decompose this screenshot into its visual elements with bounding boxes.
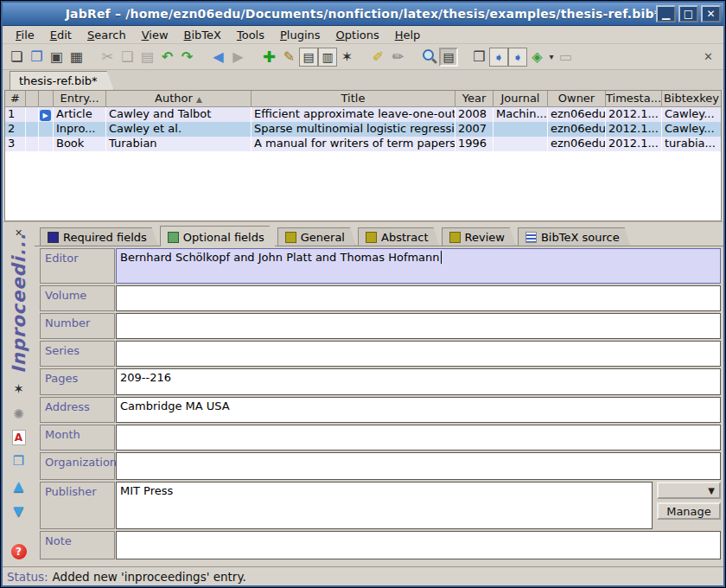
col-journal[interactable]: Journal	[494, 91, 548, 107]
forward-icon[interactable]: ▶	[228, 47, 248, 67]
row-entrytype[interactable]: Inpro...	[54, 122, 106, 137]
undo-icon[interactable]: ↶	[157, 47, 177, 67]
volume-field-input[interactable]	[116, 285, 721, 311]
row-url-cell[interactable]	[39, 137, 54, 151]
row-number[interactable]: 2	[5, 122, 26, 137]
menu-edit[interactable]: Edit	[42, 27, 80, 43]
toggle-search-panel-icon[interactable]: ▤	[439, 48, 458, 67]
col-number[interactable]: #	[5, 91, 26, 107]
row-number[interactable]: 1	[5, 107, 26, 122]
note-field-input[interactable]	[116, 531, 721, 559]
title-bar[interactable]: JabRef – /home/ezn06edu/Documents/nonfic…	[3, 3, 723, 26]
row-marker-cell[interactable]	[26, 137, 39, 151]
row-author[interactable]: Cawley and Talbot	[106, 107, 252, 122]
row-bibtexkey[interactable]: Cawley...	[662, 107, 721, 122]
menu-view[interactable]: View	[134, 27, 176, 43]
menu-help[interactable]: Help	[387, 27, 429, 43]
maximize-icon[interactable]: □	[678, 5, 698, 22]
col-bibtexkey[interactable]: Bibtexkey	[662, 91, 721, 107]
web-search-icon[interactable]: ◈	[527, 47, 547, 67]
open-database-icon[interactable]: ❐	[27, 47, 47, 67]
row-journal[interactable]: Machin...	[494, 107, 548, 122]
tab-general[interactable]: General	[277, 227, 356, 246]
organization-field-input[interactable]	[116, 452, 721, 480]
paste-icon[interactable]: ▤	[137, 47, 157, 67]
publisher-dropdown[interactable]: ▼	[657, 482, 721, 499]
series-field-input[interactable]	[116, 341, 721, 367]
col-icon-1[interactable]	[26, 91, 39, 107]
help-icon[interactable]: ?	[11, 544, 27, 559]
generate-key-icon[interactable]: ✶	[9, 380, 29, 399]
tab-optional-fields[interactable]: Optional fields	[160, 226, 276, 246]
row-timestamp[interactable]: 2012.1...	[606, 107, 662, 122]
menu-tools[interactable]: Tools	[229, 27, 272, 43]
row-bibtexkey[interactable]: Cawley...	[662, 122, 721, 137]
search-icon[interactable]	[419, 47, 439, 67]
row-timestamp[interactable]: 2012.1...	[606, 122, 662, 137]
minimize-icon[interactable]: ▁	[656, 5, 676, 22]
row-author[interactable]: Turabian	[106, 137, 252, 151]
menu-bibtex[interactable]: BibTeX	[176, 27, 229, 43]
copy-icon[interactable]: ❑	[118, 47, 137, 67]
table-row[interactable]: 1 ▶ Article Cawley and Talbot Efficient …	[5, 107, 721, 122]
col-year[interactable]: Year	[455, 91, 494, 107]
web-search-dropdown-icon[interactable]: ▾	[547, 47, 556, 67]
editor-field-input[interactable]: Bernhard Schölkopf and John Platt and Th…	[116, 248, 721, 284]
col-entrytype[interactable]: Entry...	[54, 91, 106, 107]
row-author[interactable]: Cawley et al.	[106, 122, 252, 137]
address-field-input[interactable]: Cambridge MA USA	[116, 397, 721, 423]
toggle-groups-icon[interactable]: ▥	[318, 48, 337, 67]
previous-entry-icon[interactable]: ▲	[9, 476, 29, 495]
row-title[interactable]: Efficient approximate leave-one-out...	[252, 107, 455, 122]
tab-bibtex-source[interactable]: BibTeX source	[518, 227, 631, 246]
row-timestamp[interactable]: 2012.1...	[606, 137, 662, 151]
close-icon[interactable]: ✕	[701, 5, 721, 22]
manage-button[interactable]: Manage	[657, 502, 721, 520]
save-all-icon[interactable]: ▦	[67, 47, 86, 67]
save-database-icon[interactable]: ▣	[47, 47, 67, 67]
table-row-selected[interactable]: 2 Inpro... Cawley et al. Sparse multinom…	[5, 122, 721, 137]
menu-plugins[interactable]: Plugins	[272, 27, 328, 43]
row-marker-cell[interactable]	[26, 107, 39, 122]
row-bibtexkey[interactable]: turabia...	[662, 137, 721, 151]
close-sidepane-icon[interactable]: ✕	[698, 47, 718, 67]
row-marker-cell[interactable]	[26, 122, 39, 137]
col-owner[interactable]: Owner	[548, 91, 606, 107]
tab-required-fields[interactable]: Required fields	[40, 227, 158, 246]
row-year[interactable]: 1996	[455, 137, 494, 151]
open-pdf-icon[interactable]: A	[12, 430, 26, 445]
edit-entry-icon[interactable]: ✎	[279, 47, 299, 67]
col-author[interactable]: Author ▲	[106, 91, 252, 107]
new-subdatabase-icon[interactable]: ❒	[469, 47, 489, 67]
unmark-entries-icon[interactable]: ✏	[388, 47, 408, 67]
push-to-application-2-icon[interactable]: ➧	[508, 48, 527, 67]
row-title[interactable]: Sparse multinomial logistic regressi...	[252, 122, 455, 137]
row-owner[interactable]: ezn06edu	[548, 137, 606, 151]
menu-search[interactable]: Search	[80, 27, 134, 43]
print-icon[interactable]: ▭	[556, 47, 576, 67]
redo-icon[interactable]: ↷	[177, 47, 197, 67]
row-number[interactable]: 3	[5, 137, 26, 151]
col-title[interactable]: Title	[252, 91, 455, 107]
col-icon-2[interactable]	[39, 91, 54, 107]
number-field-input[interactable]	[116, 313, 721, 339]
row-entrytype[interactable]: Book	[54, 137, 106, 151]
new-entry-icon[interactable]: ✚	[259, 47, 279, 67]
database-tab[interactable]: thesis-ref.bib*	[10, 71, 114, 90]
autogenerate-keys-icon[interactable]: ✶	[337, 47, 357, 67]
row-year[interactable]: 2008	[455, 107, 494, 122]
menu-file[interactable]: File	[8, 27, 42, 43]
mark-entries-icon[interactable]: ✐	[368, 47, 388, 67]
settings-icon[interactable]: ✺	[9, 405, 29, 424]
url-icon[interactable]: ▶	[40, 110, 51, 121]
publisher-field-input[interactable]: MIT Press	[116, 482, 653, 529]
row-url-cell[interactable]: ▶	[39, 107, 54, 122]
toggle-preview-icon[interactable]: ▤	[299, 48, 318, 67]
row-owner[interactable]: ezn06edu	[548, 122, 606, 137]
tab-review[interactable]: Review	[442, 227, 516, 246]
row-year[interactable]: 2007	[455, 122, 494, 137]
row-title[interactable]: A manual for writers of term papers...	[252, 137, 455, 151]
next-entry-icon[interactable]: ▼	[9, 502, 29, 521]
entry-table[interactable]: # Entry... Author ▲ Title Year Journal O…	[4, 90, 722, 221]
open-file-icon[interactable]: ❒	[9, 451, 29, 470]
